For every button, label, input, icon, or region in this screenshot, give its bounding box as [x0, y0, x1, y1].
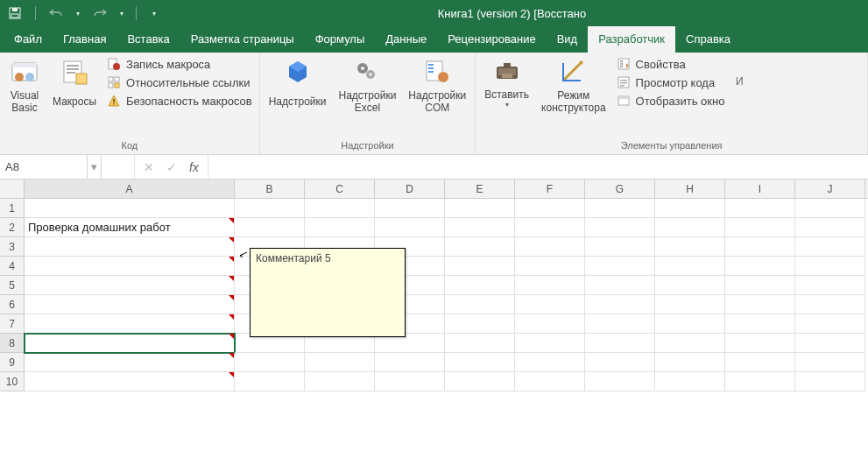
cell[interactable] — [725, 353, 795, 372]
col-header[interactable]: C — [305, 180, 375, 198]
cell[interactable] — [655, 334, 725, 353]
cell[interactable] — [235, 218, 305, 237]
redo-icon[interactable] — [92, 5, 108, 21]
record-macro-button[interactable]: Запись макроса — [105, 57, 254, 71]
row-header[interactable]: 6 — [0, 295, 25, 314]
tab-developer[interactable]: Разработчик — [588, 26, 675, 53]
cell[interactable] — [725, 237, 795, 257]
cell[interactable] — [795, 276, 865, 295]
tab-data[interactable]: Данные — [375, 26, 437, 53]
name-box[interactable]: A8 — [0, 155, 88, 179]
name-box-dropdown-icon[interactable]: ▾ — [88, 155, 102, 179]
cell[interactable] — [515, 276, 585, 295]
cell[interactable]: Проверка домашних работ — [25, 218, 235, 237]
cell[interactable] — [655, 353, 725, 372]
cell[interactable] — [445, 276, 515, 295]
cell[interactable] — [725, 257, 795, 276]
row-header[interactable]: 7 — [0, 314, 25, 334]
formula-input[interactable] — [208, 155, 868, 179]
cell[interactable] — [375, 372, 445, 391]
macro-security-button[interactable]: Безопасность макросов — [105, 94, 254, 108]
cell[interactable] — [515, 199, 585, 218]
cell[interactable] — [25, 372, 235, 391]
cell[interactable] — [725, 314, 795, 334]
cell[interactable] — [515, 295, 585, 314]
cell[interactable] — [655, 276, 725, 295]
cell[interactable] — [515, 257, 585, 276]
cell[interactable] — [375, 353, 445, 372]
cell[interactable] — [795, 295, 865, 314]
cell[interactable] — [725, 372, 795, 391]
cell[interactable] — [235, 199, 305, 218]
cell[interactable] — [305, 199, 375, 218]
cell[interactable] — [585, 257, 655, 276]
comment-popup[interactable]: Комментарий 5 — [250, 248, 406, 337]
cell[interactable] — [795, 353, 865, 372]
qat-customize-icon[interactable]: ▾ — [149, 10, 159, 18]
cell[interactable] — [795, 314, 865, 334]
tab-pagelayout[interactable]: Разметка страницы — [180, 26, 305, 53]
cell[interactable] — [795, 218, 865, 237]
cell[interactable] — [25, 276, 235, 295]
cell[interactable] — [305, 372, 375, 391]
cell[interactable] — [515, 334, 585, 353]
select-all-corner[interactable] — [0, 180, 25, 198]
cell[interactable] — [655, 372, 725, 391]
cell[interactable] — [725, 334, 795, 353]
row-header[interactable]: 8 — [0, 334, 25, 353]
row-header[interactable]: 1 — [0, 199, 25, 218]
cell[interactable] — [585, 199, 655, 218]
tab-file[interactable]: Файл — [4, 26, 53, 53]
cell[interactable] — [655, 199, 725, 218]
cell[interactable] — [25, 314, 235, 334]
show-window-button[interactable]: Отобразить окно — [615, 94, 727, 108]
cell[interactable] — [515, 372, 585, 391]
cell[interactable] — [655, 218, 725, 237]
cell[interactable] — [445, 372, 515, 391]
accept-formula-icon[interactable]: ✓ — [166, 160, 177, 174]
fx-icon[interactable]: fx — [189, 160, 199, 174]
cell[interactable] — [375, 199, 445, 218]
cell[interactable] — [445, 257, 515, 276]
tab-insert[interactable]: Вставка — [116, 26, 180, 53]
cell[interactable] — [235, 353, 305, 372]
cell[interactable] — [655, 314, 725, 334]
cell[interactable] — [445, 353, 515, 372]
cell[interactable] — [305, 353, 375, 372]
save-icon[interactable] — [7, 5, 23, 21]
cell[interactable] — [445, 314, 515, 334]
tab-help[interactable]: Справка — [675, 26, 741, 53]
cell[interactable] — [585, 295, 655, 314]
col-header[interactable]: H — [655, 180, 725, 198]
tab-review[interactable]: Рецензирование — [437, 26, 546, 53]
extra-button[interactable]: И — [731, 55, 747, 90]
excel-addins-button[interactable]: Надстройки Excel — [335, 55, 400, 117]
col-header[interactable]: E — [445, 180, 515, 198]
cell[interactable] — [305, 218, 375, 237]
cell[interactable] — [795, 372, 865, 391]
cell[interactable] — [25, 237, 235, 257]
undo-dropdown-icon[interactable]: ▾ — [76, 10, 80, 18]
cell[interactable] — [585, 276, 655, 295]
cell[interactable] — [585, 237, 655, 257]
redo-dropdown-icon[interactable]: ▾ — [120, 10, 123, 18]
cell[interactable] — [375, 218, 445, 237]
cell[interactable] — [515, 237, 585, 257]
cell[interactable] — [795, 237, 865, 257]
visual-basic-button[interactable]: Visual Basic — [5, 55, 44, 117]
cell[interactable] — [515, 218, 585, 237]
col-header[interactable]: I — [725, 180, 795, 198]
com-addins-button[interactable]: Надстройки COM — [405, 55, 469, 117]
row-header[interactable]: 2 — [0, 218, 25, 237]
cell[interactable] — [725, 199, 795, 218]
tab-formulas[interactable]: Формулы — [305, 26, 376, 53]
cell[interactable] — [585, 334, 655, 353]
insert-control-button[interactable]: Вставить▾ — [481, 55, 533, 117]
cell[interactable] — [445, 199, 515, 218]
row-header[interactable]: 5 — [0, 276, 25, 295]
cell[interactable] — [445, 334, 515, 353]
cell[interactable] — [655, 295, 725, 314]
cell[interactable] — [445, 295, 515, 314]
cell[interactable] — [585, 314, 655, 334]
properties-button[interactable]: Свойства — [615, 57, 727, 71]
